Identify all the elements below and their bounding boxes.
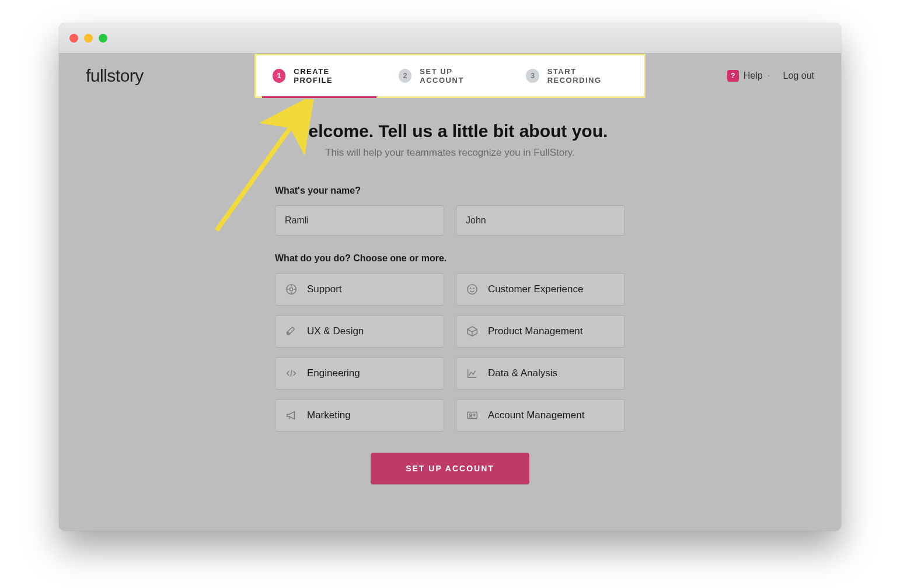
role-option-support[interactable]: Support [275, 273, 444, 306]
svg-point-2 [289, 288, 293, 291]
role-option-marketing[interactable]: Marketing [275, 399, 444, 432]
app-window: fullstory 1 CREATE PROFILE 2 SET UP ACCO… [59, 23, 841, 531]
step-create-profile[interactable]: 1 CREATE PROFILE [256, 55, 382, 96]
smile-icon [466, 283, 479, 296]
help-label: Help [744, 71, 763, 81]
megaphone-icon [285, 409, 298, 422]
role-label: Support [307, 284, 342, 295]
last-name-input[interactable] [456, 205, 625, 236]
role-option-account-management[interactable]: Account Management [456, 399, 625, 432]
app-header: fullstory 1 CREATE PROFILE 2 SET UP ACCO… [59, 54, 841, 98]
onboarding-steps: 1 CREATE PROFILE 2 SET UP ACCOUNT 3 STAR… [254, 54, 646, 98]
svg-line-13 [289, 416, 289, 419]
step-number-badge: 2 [399, 69, 411, 83]
step-label: START RECORDING [547, 67, 627, 85]
role-option-ux-design[interactable]: UX & Design [275, 315, 444, 348]
box-icon [466, 325, 479, 338]
svg-point-8 [470, 288, 471, 289]
profile-form: What's your name? What do you do? Choose… [275, 186, 625, 484]
chart-icon [466, 367, 479, 380]
role-label: Marketing [307, 410, 351, 421]
step-number-badge: 3 [526, 69, 539, 83]
brand-logo: fullstory [86, 66, 144, 86]
logout-link[interactable]: Log out [783, 71, 814, 81]
role-option-data-analysis[interactable]: Data & Analysis [456, 357, 625, 390]
svg-point-9 [473, 288, 474, 289]
svg-rect-14 [468, 412, 477, 419]
step-label: SET UP ACCOUNT [420, 67, 493, 85]
help-link[interactable]: ? Help · [727, 70, 770, 82]
role-option-customer-experience[interactable]: Customer Experience [456, 273, 625, 306]
role-label: Product Management [488, 326, 583, 337]
page-subhead: This will help your teammates recognize … [59, 147, 841, 159]
step-number-badge: 1 [273, 69, 285, 83]
svg-point-15 [469, 414, 472, 416]
svg-line-12 [291, 370, 292, 377]
role-option-product-management[interactable]: Product Management [456, 315, 625, 348]
window-titlebar [59, 23, 841, 54]
role-option-engineering[interactable]: Engineering [275, 357, 444, 390]
step-set-up-account[interactable]: 2 SET UP ACCOUNT [382, 55, 510, 96]
role-label: UX & Design [307, 326, 364, 337]
help-icon: ? [727, 70, 739, 82]
code-icon [285, 367, 298, 380]
page-headline: Welcome. Tell us a little bit about you. [59, 121, 841, 141]
role-label: Customer Experience [488, 284, 583, 295]
header-actions: ? Help · Log out [727, 70, 814, 82]
main-content: Welcome. Tell us a little bit about you.… [59, 98, 841, 531]
role-question-label: What do you do? Choose one or more. [275, 253, 625, 264]
design-icon [285, 325, 298, 338]
svg-point-7 [468, 285, 477, 295]
first-name-input[interactable] [275, 205, 444, 236]
role-label: Engineering [307, 368, 360, 379]
id-card-icon [466, 409, 479, 422]
step-label: CREATE PROFILE [294, 67, 366, 85]
step-start-recording[interactable]: 3 START RECORDING [510, 55, 644, 96]
window-close-icon[interactable] [69, 34, 78, 43]
name-question-label: What's your name? [275, 186, 625, 196]
support-icon [285, 283, 298, 296]
window-minimize-icon[interactable] [84, 34, 93, 43]
role-label: Account Management [488, 410, 584, 421]
window-zoom-icon[interactable] [99, 34, 107, 43]
role-label: Data & Analysis [488, 368, 557, 379]
set-up-account-button[interactable]: SET UP ACCOUNT [371, 453, 529, 484]
dot-separator-icon: · [768, 70, 770, 80]
